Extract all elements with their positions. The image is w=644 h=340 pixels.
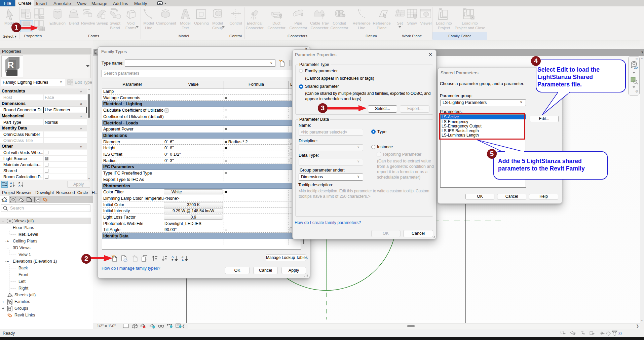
svg-text:A: A — [172, 255, 174, 259]
svg-text:2D: 2D — [634, 66, 638, 69]
svg-text:A: A — [182, 259, 184, 262]
svg-text:Z: Z — [10, 184, 12, 187]
svg-text:Z: Z — [172, 259, 174, 262]
svg-text:R: R — [8, 60, 14, 70]
svg-text:Z: Z — [182, 255, 184, 259]
svg-text:A: A — [18, 184, 21, 187]
